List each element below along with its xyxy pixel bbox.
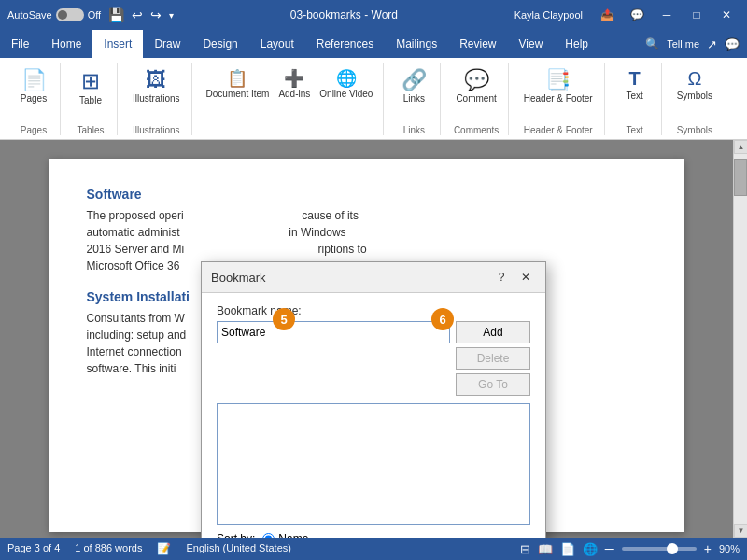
sort-by-name-option[interactable]: Name — [262, 532, 308, 538]
tab-design[interactable]: Design — [191, 30, 248, 58]
go-to-button[interactable]: Go To — [456, 373, 530, 396]
bookmark-dialog: Bookmark ? ✕ Bookmark name: 5 — [201, 261, 546, 538]
ribbon-group-links: 🔗 Links Links — [388, 63, 441, 135]
add-button[interactable]: Add — [456, 321, 530, 343]
ribbon-group-comments: 💬 Comment Comments — [444, 63, 508, 135]
symbols-label: Symbols — [677, 91, 712, 101]
redo-icon[interactable]: ↪ — [150, 7, 162, 22]
comment-ribbon-icon[interactable]: 💬 — [725, 37, 740, 51]
tab-draw[interactable]: Draw — [143, 30, 191, 58]
autosave-state: Off — [88, 9, 101, 21]
ribbon-group-pages: 📄 Pages Pages — [7, 63, 61, 135]
tab-view[interactable]: View — [508, 30, 555, 58]
title-bar-left: AutoSave Off 💾 ↩ ↪ ▾ — [7, 7, 174, 22]
page-info: Page 3 of 4 — [7, 542, 60, 555]
read-mode-icon[interactable]: 📖 — [538, 542, 553, 556]
document-label: Document Item — [206, 89, 270, 99]
text-button[interactable]: T Text — [616, 66, 654, 103]
table-icon: ⊞ — [81, 68, 100, 94]
ribbon-group-document: 📋 Document Item ➕ Add-ins 🌐 Online Video — [196, 63, 385, 135]
header-group-label: Header & Footer — [524, 125, 593, 135]
minimize-button[interactable]: ─ — [654, 6, 680, 24]
online-video-icon: 🌐 — [336, 68, 357, 89]
symbols-icon: Ω — [687, 68, 701, 90]
ribbon-group-illustrations: 🖼 Illustrations Illustrations — [121, 63, 192, 135]
tab-mailings[interactable]: Mailings — [385, 30, 448, 58]
add-ins-button[interactable]: ➕ Add-ins — [275, 66, 313, 101]
scroll-track[interactable] — [734, 154, 747, 524]
autosave-toggle[interactable] — [56, 8, 84, 21]
dialog-close-button[interactable]: ✕ — [515, 268, 536, 287]
document-icon: 📋 — [227, 68, 247, 89]
bookmark-list-container — [217, 403, 530, 525]
ribbon-group-tables: ⊞ Table Tables — [64, 63, 118, 135]
tables-group-label: Tables — [78, 125, 105, 135]
field-row: 5 6 Add Delete Go To — [217, 321, 530, 396]
zoom-minus-button[interactable]: ─ — [605, 541, 614, 556]
tab-references[interactable]: References — [305, 30, 385, 58]
restore-button[interactable]: □ — [684, 6, 710, 24]
zoom-slider[interactable] — [622, 547, 697, 551]
links-label: Links — [403, 93, 425, 104]
comment-label: Comment — [456, 93, 496, 104]
document-item-button[interactable]: 📋 Document Item — [204, 66, 273, 101]
scroll-down-button[interactable]: ▼ — [734, 524, 747, 538]
dropdown-icon[interactable]: ▾ — [169, 10, 174, 21]
links-icon: 🔗 — [402, 68, 427, 92]
search-icon[interactable]: 🔍 — [645, 37, 659, 50]
dialog-title-bar: Bookmark ? ✕ — [202, 262, 545, 293]
header-footer-icon: 📑 — [545, 68, 571, 92]
links-button[interactable]: 🔗 Links — [395, 66, 432, 105]
header-footer-label: Header & Footer — [524, 93, 593, 104]
symbols-button[interactable]: Ω Symbols — [673, 66, 716, 103]
ribbon-group-text: T Text Text — [609, 63, 662, 135]
bookmark-name-input[interactable] — [217, 321, 450, 343]
comment-button[interactable]: 💬 Comment — [452, 66, 500, 105]
delete-button[interactable]: Delete — [456, 347, 530, 370]
illustrations-label: Illustrations — [133, 93, 180, 104]
online-video-button[interactable]: 🌐 Online Video — [317, 66, 375, 101]
illustrations-button[interactable]: 🖼 Illustrations — [129, 66, 184, 105]
dialog-overlay: Bookmark ? ✕ Bookmark name: 5 — [0, 140, 733, 538]
save-icon[interactable]: 💾 — [108, 7, 124, 22]
layout-view-icon[interactable]: ⊟ — [520, 542, 530, 556]
comment-icon: 💬 — [464, 68, 489, 92]
tell-me-label[interactable]: Tell me — [667, 38, 699, 49]
dialog-title-buttons: ? ✕ — [491, 268, 536, 287]
zoom-thumb — [667, 543, 678, 554]
scroll-thumb[interactable] — [734, 159, 747, 196]
zoom-level: 90% — [719, 543, 740, 554]
share-icon[interactable]: 📤 — [594, 6, 620, 24]
tab-layout[interactable]: Layout — [249, 30, 305, 58]
tab-insert[interactable]: Insert — [92, 30, 143, 58]
undo-icon[interactable]: ↩ — [132, 7, 143, 22]
comments-icon[interactable]: 💬 — [624, 6, 650, 24]
pages-button[interactable]: 📄 Pages — [15, 66, 52, 105]
table-button[interactable]: ⊞ Table — [72, 66, 109, 107]
tab-home[interactable]: Home — [40, 30, 92, 58]
web-layout-icon[interactable]: 🌐 — [583, 542, 598, 556]
add-ins-icon: ➕ — [284, 68, 304, 89]
comments-group-label: Comments — [454, 125, 499, 135]
step5-label: 5 — [280, 313, 287, 327]
illustrations-group-label: Illustrations — [133, 125, 180, 135]
bookmark-list[interactable] — [217, 403, 530, 525]
share-ribbon-icon[interactable]: ↗ — [707, 37, 717, 51]
table-label: Table — [79, 95, 102, 105]
header-footer-button[interactable]: 📑 Header & Footer — [520, 66, 597, 105]
ribbon-content: 📄 Pages Pages ⊞ Table Tables 🖼 Illustrat… — [0, 58, 747, 140]
dialog-help-button[interactable]: ? — [491, 268, 512, 287]
tab-help[interactable]: Help — [554, 30, 599, 58]
tab-review[interactable]: Review — [448, 30, 507, 58]
vertical-scrollbar[interactable]: ▲ ▼ — [733, 140, 747, 538]
tab-file[interactable]: File — [0, 30, 40, 58]
pages-group-label: Pages — [21, 125, 47, 135]
close-button[interactable]: ✕ — [713, 6, 740, 24]
scroll-up-button[interactable]: ▲ — [734, 140, 747, 154]
zoom-plus-button[interactable]: + — [704, 541, 712, 556]
document-area: Software The proposed operi cause of its… — [0, 140, 733, 538]
sort-label: Sort by: — [217, 532, 255, 538]
sort-name-radio[interactable] — [262, 533, 275, 539]
print-layout-icon[interactable]: 📄 — [560, 542, 575, 556]
status-left: Page 3 of 4 1 of 886 words 📝 English (Un… — [7, 542, 291, 555]
